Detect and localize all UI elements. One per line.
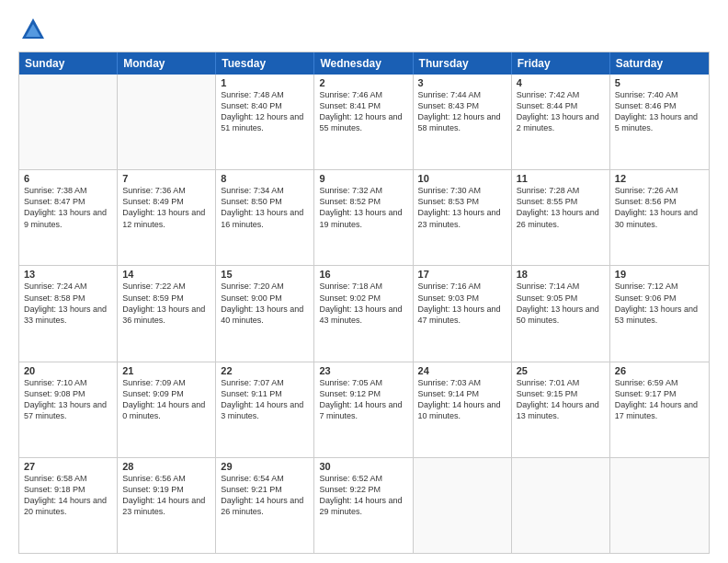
- calendar-cell: 18Sunrise: 7:14 AM Sunset: 9:05 PM Dayli…: [512, 266, 610, 361]
- calendar-cell: 30Sunrise: 6:52 AM Sunset: 9:22 PM Dayli…: [314, 458, 413, 553]
- calendar-header-cell: Monday: [118, 52, 216, 75]
- calendar-cell: 17Sunrise: 7:16 AM Sunset: 9:03 PM Dayli…: [414, 266, 512, 361]
- day-number: 12: [615, 173, 704, 184]
- day-number: 20: [24, 365, 112, 376]
- cell-info: Sunrise: 6:59 AM Sunset: 9:17 PM Dayligh…: [615, 377, 704, 422]
- day-number: 3: [418, 77, 506, 88]
- cell-info: Sunrise: 7:34 AM Sunset: 8:50 PM Dayligh…: [221, 185, 309, 230]
- calendar-row: 13Sunrise: 7:24 AM Sunset: 8:58 PM Dayli…: [19, 265, 709, 361]
- day-number: 8: [221, 173, 309, 184]
- calendar-row: 6Sunrise: 7:38 AM Sunset: 8:47 PM Daylig…: [19, 169, 709, 265]
- day-number: 16: [319, 269, 407, 280]
- calendar-cell: 29Sunrise: 6:54 AM Sunset: 9:21 PM Dayli…: [216, 458, 314, 553]
- day-number: 9: [319, 173, 407, 184]
- calendar-body: 1Sunrise: 7:48 AM Sunset: 8:40 PM Daylig…: [19, 75, 709, 553]
- logo: [18, 17, 46, 42]
- calendar-row: 20Sunrise: 7:10 AM Sunset: 9:08 PM Dayli…: [19, 362, 709, 457]
- day-number: 30: [319, 461, 407, 472]
- day-number: 29: [221, 461, 309, 472]
- calendar-cell: 8Sunrise: 7:34 AM Sunset: 8:50 PM Daylig…: [216, 170, 314, 265]
- day-number: 6: [24, 173, 112, 184]
- cell-info: Sunrise: 7:32 AM Sunset: 8:52 PM Dayligh…: [319, 185, 407, 230]
- calendar-cell: 3Sunrise: 7:44 AM Sunset: 8:43 PM Daylig…: [414, 75, 512, 169]
- cell-info: Sunrise: 7:40 AM Sunset: 8:46 PM Dayligh…: [615, 89, 704, 134]
- calendar-header-cell: Friday: [512, 52, 610, 75]
- calendar-cell: 23Sunrise: 7:05 AM Sunset: 9:12 PM Dayli…: [314, 362, 413, 457]
- cell-info: Sunrise: 7:03 AM Sunset: 9:14 PM Dayligh…: [418, 377, 506, 422]
- calendar-cell: 14Sunrise: 7:22 AM Sunset: 8:59 PM Dayli…: [118, 266, 216, 361]
- calendar-row: 27Sunrise: 6:58 AM Sunset: 9:18 PM Dayli…: [19, 457, 709, 553]
- calendar-header-row: SundayMondayTuesdayWednesdayThursdayFrid…: [19, 52, 709, 75]
- day-number: 7: [122, 173, 210, 184]
- day-number: 15: [221, 269, 309, 280]
- calendar-cell: 26Sunrise: 6:59 AM Sunset: 9:17 PM Dayli…: [610, 362, 709, 457]
- day-number: 22: [221, 365, 309, 376]
- calendar-cell: 27Sunrise: 6:58 AM Sunset: 9:18 PM Dayli…: [19, 458, 118, 553]
- cell-info: Sunrise: 7:30 AM Sunset: 8:53 PM Dayligh…: [418, 185, 506, 230]
- cell-info: Sunrise: 7:42 AM Sunset: 8:44 PM Dayligh…: [517, 89, 605, 134]
- calendar-cell: 5Sunrise: 7:40 AM Sunset: 8:46 PM Daylig…: [610, 75, 709, 169]
- calendar-cell: 25Sunrise: 7:01 AM Sunset: 9:15 PM Dayli…: [512, 362, 610, 457]
- cell-info: Sunrise: 7:48 AM Sunset: 8:40 PM Dayligh…: [221, 89, 309, 134]
- calendar-cell: 2Sunrise: 7:46 AM Sunset: 8:41 PM Daylig…: [314, 75, 413, 169]
- cell-info: Sunrise: 7:10 AM Sunset: 9:08 PM Dayligh…: [24, 377, 112, 422]
- calendar-cell: 20Sunrise: 7:10 AM Sunset: 9:08 PM Dayli…: [19, 362, 118, 457]
- day-number: 4: [517, 77, 605, 88]
- cell-info: Sunrise: 7:12 AM Sunset: 9:06 PM Dayligh…: [615, 281, 704, 326]
- calendar-cell: 7Sunrise: 7:36 AM Sunset: 8:49 PM Daylig…: [118, 170, 216, 265]
- calendar-cell: 9Sunrise: 7:32 AM Sunset: 8:52 PM Daylig…: [314, 170, 413, 265]
- cell-info: Sunrise: 6:56 AM Sunset: 9:19 PM Dayligh…: [122, 473, 210, 518]
- cell-info: Sunrise: 6:54 AM Sunset: 9:21 PM Dayligh…: [221, 473, 309, 518]
- day-number: 25: [517, 365, 605, 376]
- cell-info: Sunrise: 7:22 AM Sunset: 8:59 PM Dayligh…: [122, 281, 210, 326]
- day-number: 23: [319, 365, 407, 376]
- calendar-cell: [19, 75, 118, 169]
- cell-info: Sunrise: 7:44 AM Sunset: 8:43 PM Dayligh…: [418, 89, 506, 134]
- calendar-cell: 10Sunrise: 7:30 AM Sunset: 8:53 PM Dayli…: [414, 170, 512, 265]
- cell-info: Sunrise: 7:36 AM Sunset: 8:49 PM Dayligh…: [122, 185, 210, 230]
- header: [18, 17, 710, 42]
- calendar-cell: 13Sunrise: 7:24 AM Sunset: 8:58 PM Dayli…: [19, 266, 118, 361]
- calendar-cell: 24Sunrise: 7:03 AM Sunset: 9:14 PM Dayli…: [414, 362, 512, 457]
- calendar-cell: 12Sunrise: 7:26 AM Sunset: 8:56 PM Dayli…: [610, 170, 709, 265]
- cell-info: Sunrise: 7:05 AM Sunset: 9:12 PM Dayligh…: [319, 377, 407, 422]
- day-number: 2: [319, 77, 407, 88]
- day-number: 19: [615, 269, 704, 280]
- calendar-cell: 1Sunrise: 7:48 AM Sunset: 8:40 PM Daylig…: [216, 75, 314, 169]
- calendar-header-cell: Thursday: [414, 52, 512, 75]
- day-number: 21: [122, 365, 210, 376]
- calendar-cell: 11Sunrise: 7:28 AM Sunset: 8:55 PM Dayli…: [512, 170, 610, 265]
- calendar-cell: 6Sunrise: 7:38 AM Sunset: 8:47 PM Daylig…: [19, 170, 118, 265]
- calendar-cell: 19Sunrise: 7:12 AM Sunset: 9:06 PM Dayli…: [610, 266, 709, 361]
- calendar-cell: 28Sunrise: 6:56 AM Sunset: 9:19 PM Dayli…: [118, 458, 216, 553]
- calendar-cell: [610, 458, 709, 553]
- day-number: 28: [122, 461, 210, 472]
- cell-info: Sunrise: 7:46 AM Sunset: 8:41 PM Dayligh…: [319, 89, 407, 134]
- calendar-cell: 21Sunrise: 7:09 AM Sunset: 9:09 PM Dayli…: [118, 362, 216, 457]
- page: SundayMondayTuesdayWednesdayThursdayFrid…: [0, 0, 728, 563]
- day-number: 17: [418, 269, 506, 280]
- day-number: 18: [517, 269, 605, 280]
- cell-info: Sunrise: 7:01 AM Sunset: 9:15 PM Dayligh…: [517, 377, 605, 422]
- day-number: 27: [24, 461, 112, 472]
- calendar-cell: [512, 458, 610, 553]
- day-number: 13: [24, 269, 112, 280]
- calendar-header-cell: Saturday: [610, 52, 709, 75]
- calendar: SundayMondayTuesdayWednesdayThursdayFrid…: [18, 52, 710, 554]
- calendar-cell: [414, 458, 512, 553]
- day-number: 10: [418, 173, 506, 184]
- calendar-header-cell: Sunday: [19, 52, 118, 75]
- day-number: 26: [615, 365, 704, 376]
- calendar-cell: 22Sunrise: 7:07 AM Sunset: 9:11 PM Dayli…: [216, 362, 314, 457]
- cell-info: Sunrise: 7:38 AM Sunset: 8:47 PM Dayligh…: [24, 185, 112, 230]
- cell-info: Sunrise: 7:28 AM Sunset: 8:55 PM Dayligh…: [517, 185, 605, 230]
- calendar-cell: 4Sunrise: 7:42 AM Sunset: 8:44 PM Daylig…: [512, 75, 610, 169]
- cell-info: Sunrise: 7:14 AM Sunset: 9:05 PM Dayligh…: [517, 281, 605, 326]
- cell-info: Sunrise: 7:16 AM Sunset: 9:03 PM Dayligh…: [418, 281, 506, 326]
- cell-info: Sunrise: 7:20 AM Sunset: 9:00 PM Dayligh…: [221, 281, 309, 326]
- day-number: 24: [418, 365, 506, 376]
- cell-info: Sunrise: 6:58 AM Sunset: 9:18 PM Dayligh…: [24, 473, 112, 518]
- cell-info: Sunrise: 6:52 AM Sunset: 9:22 PM Dayligh…: [319, 473, 407, 518]
- calendar-cell: 15Sunrise: 7:20 AM Sunset: 9:00 PM Dayli…: [216, 266, 314, 361]
- logo-icon: [20, 17, 46, 42]
